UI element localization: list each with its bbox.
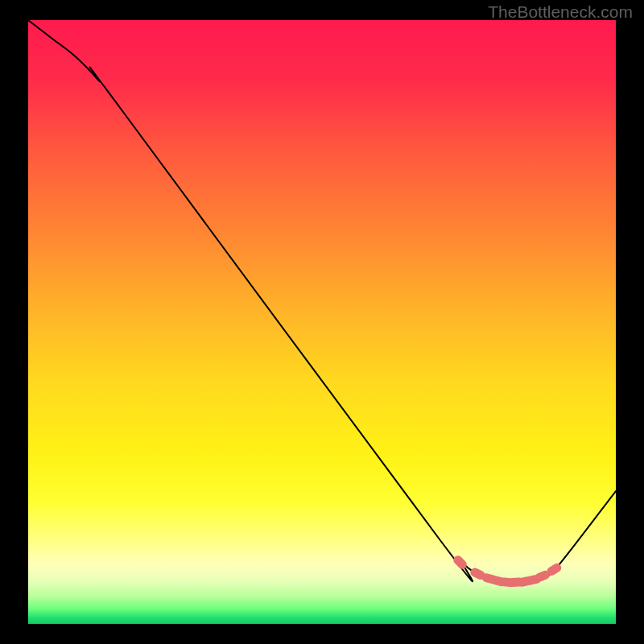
chart-svg [28, 20, 616, 624]
watermark-text: TheBottleneck.com [488, 2, 633, 22]
chart-background [28, 20, 616, 624]
chart-frame: TheBottleneck.com [0, 0, 644, 644]
chart-plot-area [28, 20, 616, 624]
